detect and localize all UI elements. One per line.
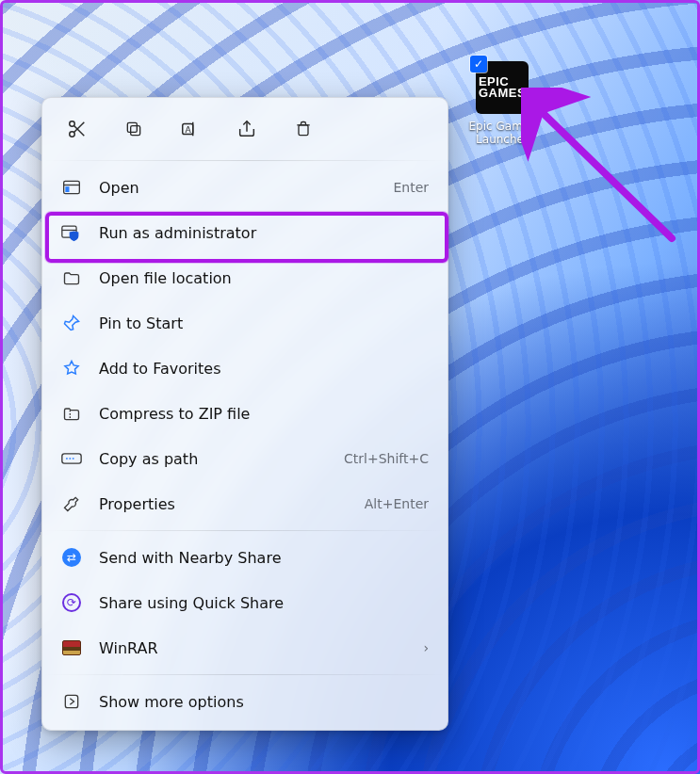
menu-item-run-as-administrator[interactable]: Run as administrator	[42, 210, 448, 255]
menu-item-label: Send with Nearby Share	[99, 549, 429, 567]
chevron-right-icon: ›	[423, 640, 429, 655]
trash-icon	[294, 119, 313, 139]
nearby-share-icon: ⇄	[61, 547, 82, 568]
star-icon	[61, 358, 82, 379]
more-options-icon	[61, 691, 82, 712]
menu-item-quick-share[interactable]: ⟳ Share using Quick Share	[42, 580, 448, 625]
menu-item-winrar[interactable]: WinRAR ›	[42, 625, 448, 670]
menu-item-accelerator: Alt+Enter	[365, 496, 429, 511]
svg-rect-3	[131, 126, 140, 136]
menu-item-properties[interactable]: Properties Alt+Enter	[42, 481, 448, 526]
svg-rect-12	[65, 695, 77, 707]
menu-item-open-file-location[interactable]: Open file location	[42, 255, 448, 300]
menu-item-label: Copy as path	[99, 450, 327, 468]
menu-item-label: Open file location	[99, 269, 429, 287]
selection-check-icon: ✓	[470, 56, 487, 73]
svg-rect-11	[62, 454, 81, 463]
menu-item-label: Pin to Start	[99, 314, 429, 332]
share-icon	[236, 119, 257, 139]
menu-item-label: Properties	[99, 495, 348, 513]
share-button[interactable]	[233, 115, 261, 143]
menu-item-label: Open	[99, 179, 376, 197]
menu-item-nearby-share[interactable]: ⇄ Send with Nearby Share	[42, 535, 448, 580]
annotation-arrow	[521, 88, 681, 248]
winrar-icon	[61, 637, 82, 658]
zip-icon	[61, 403, 82, 424]
desktop-icon-label: Epic Games Launcher	[462, 120, 543, 147]
rename-icon: A	[180, 119, 201, 139]
wrench-icon	[61, 493, 82, 514]
app-tile: ✓ EPIC GAMES	[476, 61, 529, 114]
cut-button[interactable]	[63, 115, 91, 143]
menu-item-label: Show more options	[99, 693, 429, 711]
svg-rect-7	[299, 125, 308, 136]
delete-button[interactable]	[289, 115, 317, 143]
menu-item-label: Compress to ZIP file	[99, 405, 429, 423]
menu-item-pin-to-start[interactable]: Pin to Start	[42, 300, 448, 346]
menu-item-compress-zip[interactable]: Compress to ZIP file	[42, 391, 448, 436]
svg-rect-4	[127, 122, 137, 132]
menu-item-accelerator: Ctrl+Shift+C	[344, 451, 429, 466]
path-icon	[61, 448, 82, 469]
copy-icon	[124, 120, 143, 138]
menu-item-label: Share using Quick Share	[99, 594, 429, 612]
menu-item-copy-as-path[interactable]: Copy as path Ctrl+Shift+C	[42, 436, 448, 481]
context-menu-toolbar: A	[42, 105, 448, 156]
separator	[42, 160, 448, 161]
svg-text:A: A	[186, 124, 192, 135]
folder-icon	[61, 267, 82, 288]
svg-rect-9	[65, 186, 69, 192]
menu-item-open[interactable]: Open Enter	[42, 165, 448, 210]
app-tile-text: EPIC GAMES	[479, 76, 526, 98]
copy-button[interactable]	[120, 115, 148, 143]
svg-point-1	[70, 132, 75, 137]
rename-button[interactable]: A	[176, 115, 204, 143]
menu-item-show-more-options[interactable]: Show more options	[42, 679, 448, 724]
quick-share-icon: ⟳	[61, 592, 82, 613]
context-menu: A Open Enter Run as administrator Open f…	[41, 97, 448, 731]
menu-item-accelerator: Enter	[393, 180, 429, 195]
menu-item-add-to-favorites[interactable]: Add to Favorites	[42, 346, 448, 391]
desktop-icon-epic-games-launcher[interactable]: ✓ EPIC GAMES Epic Games Launcher	[462, 61, 543, 147]
svg-point-2	[70, 121, 75, 127]
separator	[42, 674, 448, 675]
pin-icon	[61, 313, 82, 333]
svg-line-0	[538, 108, 672, 238]
scissors-icon	[67, 119, 88, 139]
menu-item-label: Add to Favorites	[99, 360, 429, 378]
window-icon	[61, 177, 82, 198]
separator	[42, 530, 448, 531]
menu-item-label: WinRAR	[99, 639, 406, 657]
admin-shield-icon	[61, 222, 82, 243]
menu-item-label: Run as administrator	[99, 224, 412, 242]
